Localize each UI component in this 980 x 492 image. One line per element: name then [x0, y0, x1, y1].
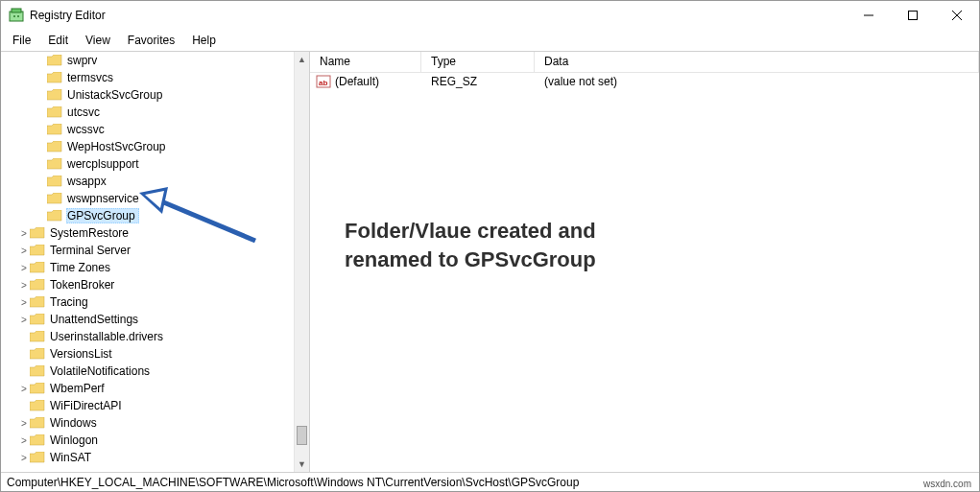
- tree-item[interactable]: VolatileNotifications: [1, 363, 294, 380]
- tree-item-label: Terminal Server: [49, 243, 134, 258]
- svg-point-3: [17, 15, 19, 17]
- value-name: (Default): [335, 75, 421, 88]
- chevron-right-icon[interactable]: >: [18, 280, 30, 291]
- tree-view[interactable]: swprvtermsvcsUnistackSvcGrouputcsvcwcssv…: [1, 52, 294, 472]
- folder-icon: [47, 193, 62, 204]
- tree-item[interactable]: >Winlogon: [1, 432, 294, 449]
- tree-vscrollbar[interactable]: ▲ ▼: [294, 52, 309, 472]
- scroll-thumb[interactable]: [297, 426, 307, 445]
- col-header-name[interactable]: Name: [310, 52, 421, 72]
- folder-icon: [30, 331, 45, 342]
- tree-item[interactable]: utcsvc: [1, 104, 294, 121]
- menu-file[interactable]: File: [5, 32, 38, 49]
- tree-item-label: Windows: [49, 415, 101, 431]
- tree-item-label: Time Zones: [49, 260, 114, 275]
- scroll-up-icon[interactable]: ▲: [295, 52, 309, 67]
- tree-item[interactable]: Userinstallable.drivers: [1, 328, 294, 345]
- folder-icon: [30, 417, 45, 429]
- menu-favorites[interactable]: Favorites: [120, 32, 182, 49]
- minimize-button[interactable]: [847, 1, 891, 30]
- folder-icon: [30, 262, 45, 273]
- menu-edit[interactable]: Edit: [40, 32, 76, 49]
- tree-panel: swprvtermsvcsUnistackSvcGrouputcsvcwcssv…: [1, 52, 310, 472]
- tree-item[interactable]: WiFiDirectAPI: [1, 397, 294, 414]
- tree-item[interactable]: wsappx: [1, 173, 294, 190]
- tree-item-label: utcsvc: [66, 105, 104, 120]
- close-button[interactable]: [935, 1, 979, 30]
- maximize-button[interactable]: [891, 1, 935, 30]
- folder-icon: [47, 210, 62, 222]
- tree-item[interactable]: swprv: [1, 52, 294, 69]
- tree-item-label: WbemPerf: [49, 381, 108, 396]
- tree-item[interactable]: wercplsupport: [1, 155, 294, 173]
- statusbar: Computer\HKEY_LOCAL_MACHINE\SOFTWARE\Mic…: [1, 472, 979, 491]
- menu-help[interactable]: Help: [184, 32, 224, 49]
- values-list[interactable]: ab (Default) REG_SZ (value not set): [310, 73, 979, 472]
- tree-item[interactable]: wcssvc: [1, 121, 294, 138]
- chevron-right-icon[interactable]: >: [18, 297, 30, 308]
- window-title: Registry Editor: [30, 9, 847, 22]
- tree-item-label: VolatileNotifications: [49, 363, 154, 379]
- svg-rect-5: [909, 12, 918, 20]
- chevron-right-icon[interactable]: >: [18, 228, 30, 239]
- folder-icon: [30, 279, 45, 291]
- body-area: swprvtermsvcsUnistackSvcGrouputcsvcwcssv…: [1, 51, 979, 472]
- chevron-right-icon[interactable]: >: [18, 453, 30, 463]
- tree-item-label: Userinstallable.drivers: [49, 329, 167, 344]
- tree-item-label: WepHostSvcGroup: [66, 139, 170, 154]
- chevron-right-icon[interactable]: >: [18, 418, 30, 429]
- col-header-data[interactable]: Data: [535, 52, 979, 72]
- menubar: File Edit View Favorites Help: [1, 30, 979, 51]
- tree-item-label: WinSAT: [49, 450, 95, 465]
- tree-item[interactable]: termsvcs: [1, 69, 294, 86]
- folder-icon: [47, 124, 62, 135]
- value-type: REG_SZ: [421, 75, 535, 88]
- tree-item-label: Winlogon: [49, 433, 102, 448]
- col-header-type[interactable]: Type: [421, 52, 535, 72]
- tree-item[interactable]: >TokenBroker: [1, 276, 294, 293]
- tree-item-label: GPSvcGroup: [66, 208, 139, 223]
- app-icon: [9, 8, 24, 23]
- folder-icon: [30, 296, 45, 308]
- folder-icon: [47, 176, 62, 187]
- tree-item[interactable]: >Time Zones: [1, 259, 294, 276]
- tree-item[interactable]: >WbemPerf: [1, 380, 294, 397]
- titlebar: Registry Editor: [1, 1, 979, 30]
- menu-view[interactable]: View: [78, 32, 118, 49]
- chevron-right-icon[interactable]: >: [18, 246, 30, 256]
- tree-item[interactable]: wswpnservice: [1, 190, 294, 207]
- tree-item[interactable]: UnistackSvcGroup: [1, 86, 294, 104]
- watermark: wsxdn.com: [921, 479, 973, 489]
- status-path: Computer\HKEY_LOCAL_MACHINE\SOFTWARE\Mic…: [7, 476, 579, 489]
- scroll-track[interactable]: [295, 67, 309, 457]
- tree-item[interactable]: >SystemRestore: [1, 224, 294, 242]
- values-panel: Name Type Data ab (Default) REG_SZ (valu…: [310, 52, 979, 472]
- tree-item[interactable]: >WinSAT: [1, 449, 294, 466]
- tree-item-label: SystemRestore: [49, 225, 132, 241]
- folder-icon: [30, 452, 45, 463]
- chevron-right-icon[interactable]: >: [18, 263, 30, 273]
- tree-item[interactable]: GPSvcGroup: [1, 207, 294, 224]
- tree-item[interactable]: >Tracing: [1, 293, 294, 311]
- scroll-down-icon[interactable]: ▼: [295, 457, 309, 472]
- tree-item[interactable]: >Terminal Server: [1, 242, 294, 259]
- chevron-right-icon[interactable]: >: [18, 435, 30, 446]
- tree-item[interactable]: VersionsList: [1, 345, 294, 363]
- tree-item-label: VersionsList: [49, 346, 116, 362]
- folder-icon: [47, 106, 62, 118]
- folder-icon: [47, 141, 62, 152]
- chevron-right-icon[interactable]: >: [18, 315, 30, 325]
- tree-item[interactable]: WepHostSvcGroup: [1, 138, 294, 155]
- tree-item-label: Tracing: [49, 294, 92, 310]
- tree-item-label: wswpnservice: [66, 191, 143, 206]
- tree-item[interactable]: >UnattendSettings: [1, 311, 294, 328]
- tree-item[interactable]: >Windows: [1, 414, 294, 432]
- folder-icon: [30, 227, 45, 239]
- chevron-right-icon[interactable]: >: [18, 384, 30, 394]
- value-data: (value not set): [535, 75, 979, 88]
- value-row[interactable]: ab (Default) REG_SZ (value not set): [310, 73, 979, 90]
- tree-item-label: swprv: [66, 53, 101, 68]
- folder-icon: [30, 245, 45, 256]
- folder-icon: [47, 89, 62, 101]
- folder-icon: [47, 72, 62, 83]
